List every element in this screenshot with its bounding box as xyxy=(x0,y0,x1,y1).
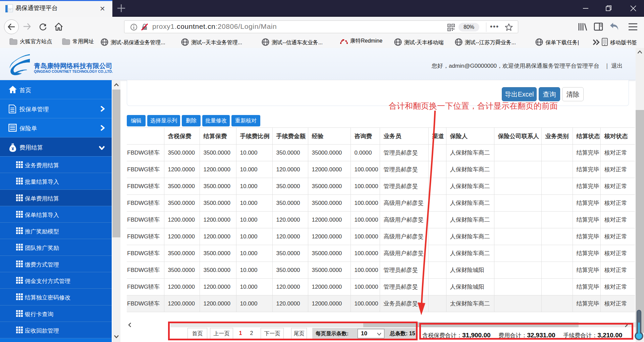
svg-text:¥: ¥ xyxy=(11,146,14,151)
